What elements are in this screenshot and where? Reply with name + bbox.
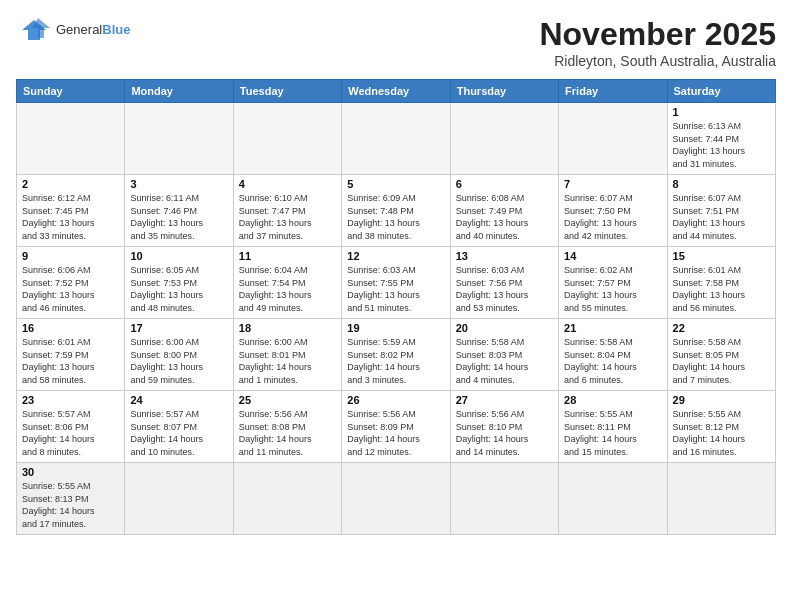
calendar-week-row: 9Sunrise: 6:06 AM Sunset: 7:52 PM Daylig… [17,247,776,319]
day-info: Sunrise: 6:09 AM Sunset: 7:48 PM Dayligh… [347,192,444,242]
day-info: Sunrise: 6:11 AM Sunset: 7:46 PM Dayligh… [130,192,227,242]
day-info: Sunrise: 6:13 AM Sunset: 7:44 PM Dayligh… [673,120,770,170]
calendar-cell: 10Sunrise: 6:05 AM Sunset: 7:53 PM Dayli… [125,247,233,319]
day-info: Sunrise: 5:58 AM Sunset: 8:04 PM Dayligh… [564,336,661,386]
calendar-cell: 23Sunrise: 5:57 AM Sunset: 8:06 PM Dayli… [17,391,125,463]
day-number: 16 [22,322,119,334]
calendar-cell: 5Sunrise: 6:09 AM Sunset: 7:48 PM Daylig… [342,175,450,247]
calendar-cell: 14Sunrise: 6:02 AM Sunset: 7:57 PM Dayli… [559,247,667,319]
calendar-cell: 8Sunrise: 6:07 AM Sunset: 7:51 PM Daylig… [667,175,775,247]
logo-icon [16,16,52,44]
day-info: Sunrise: 6:12 AM Sunset: 7:45 PM Dayligh… [22,192,119,242]
day-info: Sunrise: 5:58 AM Sunset: 8:05 PM Dayligh… [673,336,770,386]
calendar-week-row: 2Sunrise: 6:12 AM Sunset: 7:45 PM Daylig… [17,175,776,247]
day-number: 28 [564,394,661,406]
calendar-cell: 25Sunrise: 5:56 AM Sunset: 8:08 PM Dayli… [233,391,341,463]
calendar-cell: 30Sunrise: 5:55 AM Sunset: 8:13 PM Dayli… [17,463,125,535]
month-title: November 2025 [539,16,776,53]
calendar-cell [17,103,125,175]
calendar-cell [667,463,775,535]
day-number: 30 [22,466,119,478]
calendar-table: SundayMondayTuesdayWednesdayThursdayFrid… [16,79,776,535]
calendar-cell: 2Sunrise: 6:12 AM Sunset: 7:45 PM Daylig… [17,175,125,247]
day-number: 26 [347,394,444,406]
day-number: 12 [347,250,444,262]
day-number: 19 [347,322,444,334]
calendar-week-row: 23Sunrise: 5:57 AM Sunset: 8:06 PM Dayli… [17,391,776,463]
calendar-week-row: 30Sunrise: 5:55 AM Sunset: 8:13 PM Dayli… [17,463,776,535]
day-info: Sunrise: 6:02 AM Sunset: 7:57 PM Dayligh… [564,264,661,314]
calendar-cell [233,103,341,175]
day-number: 15 [673,250,770,262]
calendar-cell: 18Sunrise: 6:00 AM Sunset: 8:01 PM Dayli… [233,319,341,391]
calendar-cell: 29Sunrise: 5:55 AM Sunset: 8:12 PM Dayli… [667,391,775,463]
day-info: Sunrise: 5:56 AM Sunset: 8:09 PM Dayligh… [347,408,444,458]
day-number: 24 [130,394,227,406]
calendar-header-row: SundayMondayTuesdayWednesdayThursdayFrid… [17,80,776,103]
calendar-cell: 4Sunrise: 6:10 AM Sunset: 7:47 PM Daylig… [233,175,341,247]
day-number: 22 [673,322,770,334]
day-number: 3 [130,178,227,190]
calendar-cell: 3Sunrise: 6:11 AM Sunset: 7:46 PM Daylig… [125,175,233,247]
day-info: Sunrise: 6:05 AM Sunset: 7:53 PM Dayligh… [130,264,227,314]
day-number: 1 [673,106,770,118]
calendar-cell [450,463,558,535]
calendar-cell [233,463,341,535]
day-info: Sunrise: 5:56 AM Sunset: 8:10 PM Dayligh… [456,408,553,458]
day-number: 14 [564,250,661,262]
calendar-cell: 12Sunrise: 6:03 AM Sunset: 7:55 PM Dayli… [342,247,450,319]
day-info: Sunrise: 5:57 AM Sunset: 8:06 PM Dayligh… [22,408,119,458]
calendar-cell: 7Sunrise: 6:07 AM Sunset: 7:50 PM Daylig… [559,175,667,247]
day-number: 6 [456,178,553,190]
calendar-cell: 20Sunrise: 5:58 AM Sunset: 8:03 PM Dayli… [450,319,558,391]
day-number: 18 [239,322,336,334]
calendar-cell [125,103,233,175]
day-number: 21 [564,322,661,334]
calendar-body: 1Sunrise: 6:13 AM Sunset: 7:44 PM Daylig… [17,103,776,535]
calendar-week-row: 1Sunrise: 6:13 AM Sunset: 7:44 PM Daylig… [17,103,776,175]
day-info: Sunrise: 6:03 AM Sunset: 7:55 PM Dayligh… [347,264,444,314]
day-info: Sunrise: 5:58 AM Sunset: 8:03 PM Dayligh… [456,336,553,386]
calendar-cell: 19Sunrise: 5:59 AM Sunset: 8:02 PM Dayli… [342,319,450,391]
day-number: 25 [239,394,336,406]
day-info: Sunrise: 6:10 AM Sunset: 7:47 PM Dayligh… [239,192,336,242]
calendar-cell: 17Sunrise: 6:00 AM Sunset: 8:00 PM Dayli… [125,319,233,391]
calendar-cell: 26Sunrise: 5:56 AM Sunset: 8:09 PM Dayli… [342,391,450,463]
logo-general: GeneralBlue [56,22,130,38]
calendar-cell [559,463,667,535]
column-header-sunday: Sunday [17,80,125,103]
day-info: Sunrise: 6:04 AM Sunset: 7:54 PM Dayligh… [239,264,336,314]
calendar-cell: 6Sunrise: 6:08 AM Sunset: 7:49 PM Daylig… [450,175,558,247]
day-info: Sunrise: 6:03 AM Sunset: 7:56 PM Dayligh… [456,264,553,314]
day-info: Sunrise: 5:55 AM Sunset: 8:11 PM Dayligh… [564,408,661,458]
page-header: GeneralBlue November 2025 Ridleyton, Sou… [16,16,776,69]
day-info: Sunrise: 6:08 AM Sunset: 7:49 PM Dayligh… [456,192,553,242]
calendar-cell: 16Sunrise: 6:01 AM Sunset: 7:59 PM Dayli… [17,319,125,391]
day-number: 11 [239,250,336,262]
day-number: 17 [130,322,227,334]
day-number: 29 [673,394,770,406]
day-info: Sunrise: 6:01 AM Sunset: 7:58 PM Dayligh… [673,264,770,314]
location-title: Ridleyton, South Australia, Australia [539,53,776,69]
calendar-cell [125,463,233,535]
column-header-friday: Friday [559,80,667,103]
day-info: Sunrise: 5:59 AM Sunset: 8:02 PM Dayligh… [347,336,444,386]
column-header-saturday: Saturday [667,80,775,103]
day-info: Sunrise: 5:55 AM Sunset: 8:12 PM Dayligh… [673,408,770,458]
calendar-cell [559,103,667,175]
day-number: 10 [130,250,227,262]
day-info: Sunrise: 5:56 AM Sunset: 8:08 PM Dayligh… [239,408,336,458]
calendar-cell [342,103,450,175]
calendar-cell [450,103,558,175]
title-section: November 2025 Ridleyton, South Australia… [539,16,776,69]
calendar-cell: 24Sunrise: 5:57 AM Sunset: 8:07 PM Dayli… [125,391,233,463]
day-info: Sunrise: 6:00 AM Sunset: 8:01 PM Dayligh… [239,336,336,386]
day-info: Sunrise: 6:06 AM Sunset: 7:52 PM Dayligh… [22,264,119,314]
calendar-cell: 27Sunrise: 5:56 AM Sunset: 8:10 PM Dayli… [450,391,558,463]
column-header-monday: Monday [125,80,233,103]
calendar-week-row: 16Sunrise: 6:01 AM Sunset: 7:59 PM Dayli… [17,319,776,391]
day-number: 9 [22,250,119,262]
day-number: 13 [456,250,553,262]
calendar-cell [342,463,450,535]
column-header-wednesday: Wednesday [342,80,450,103]
